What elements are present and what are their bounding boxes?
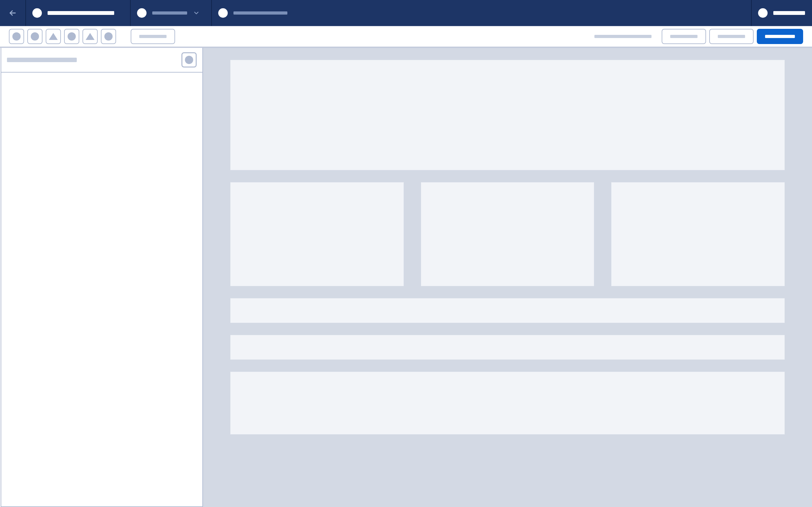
canvas-block-row-b[interactable]: Section row B <box>230 335 785 360</box>
primary-button-label-placeholder <box>765 35 795 38</box>
canvas-block-card-2-label: Card 2 <box>421 182 421 183</box>
account-label-placeholder <box>773 11 805 15</box>
plus-icon <box>185 56 193 64</box>
tool-button-5[interactable] <box>83 29 98 44</box>
segment-2-label-placeholder <box>152 11 187 14</box>
canvas-block-card-3[interactable]: Card 3 <box>611 182 785 286</box>
primary-button[interactable]: Publish <box>757 29 803 44</box>
tool-button-2[interactable] <box>27 29 43 44</box>
editor-toolbar: Options Unsaved changes Preview Discard … <box>0 26 812 48</box>
triangle-icon <box>49 33 58 40</box>
arrow-left-icon <box>8 9 17 17</box>
canvas-block-row-b-label: Section row B <box>231 335 231 336</box>
circle-icon <box>104 32 113 41</box>
secondary-button-1-label-placeholder <box>670 35 698 38</box>
segment-3-label-placeholder <box>234 11 287 14</box>
sidebar: Components Add <box>1 48 203 507</box>
canvas-block-card-3-label: Card 3 <box>612 182 612 183</box>
circle-icon <box>12 32 20 41</box>
tool-button-4[interactable] <box>64 29 79 44</box>
canvas-block-card-2[interactable]: Card 2 <box>421 182 595 286</box>
toolbar-status-placeholder <box>595 35 652 38</box>
tool-button-3[interactable] <box>46 29 61 44</box>
segment-1-label-placeholder <box>48 11 114 15</box>
chevron-down-icon <box>193 9 200 16</box>
secondary-button-2[interactable]: Discard <box>709 29 754 44</box>
circle-icon <box>67 32 76 41</box>
sidebar-header: Components Add <box>1 48 202 72</box>
back-button[interactable]: Back <box>0 0 26 26</box>
segment-3-icon <box>218 8 228 18</box>
segment-1-icon <box>32 8 42 18</box>
account-menu[interactable]: Account <box>751 0 812 26</box>
tool-button-1[interactable] <box>9 29 24 44</box>
canvas-block-row-a-label: Section row A <box>231 298 231 299</box>
canvas-block-card-1-label: Card 1 <box>231 182 231 183</box>
canvas-block-wide[interactable]: Footer block <box>230 372 785 435</box>
canvas[interactable]: Hero block Card 1 Card 2 Card 3 Section … <box>203 48 812 507</box>
segment-2-icon <box>137 8 147 18</box>
secondary-button-1[interactable]: Preview <box>662 29 706 44</box>
canvas-block-wide-label: Footer block <box>231 372 231 372</box>
canvas-block-row-a[interactable]: Section row A <box>230 298 785 323</box>
breadcrumb-segment-1[interactable]: Workspace Name <box>26 0 131 26</box>
sidebar-title-placeholder <box>7 58 77 62</box>
avatar <box>758 8 768 18</box>
breadcrumb-segment-2[interactable]: Project <box>131 0 212 26</box>
sidebar-add-button[interactable]: Add <box>182 52 197 67</box>
secondary-button-2-label-placeholder <box>718 35 745 38</box>
circle-icon <box>31 32 39 41</box>
toolbar-dropdown[interactable]: Options <box>131 29 175 44</box>
toolbar-dropdown-label-placeholder <box>139 35 166 38</box>
canvas-row-cards: Card 1 Card 2 Card 3 <box>230 182 785 286</box>
triangle-icon <box>86 33 95 40</box>
workspace: Components Add Hero block Card 1 Card 2 … <box>0 48 812 507</box>
breadcrumb-segment-3[interactable]: Editor View <box>212 0 339 26</box>
top-navbar: Back Workspace Name Project Editor View … <box>0 0 812 26</box>
canvas-block-hero[interactable]: Hero block <box>230 60 785 170</box>
tool-button-6[interactable] <box>101 29 116 44</box>
canvas-block-card-1[interactable]: Card 1 <box>230 182 404 286</box>
sidebar-body[interactable] <box>1 72 202 506</box>
